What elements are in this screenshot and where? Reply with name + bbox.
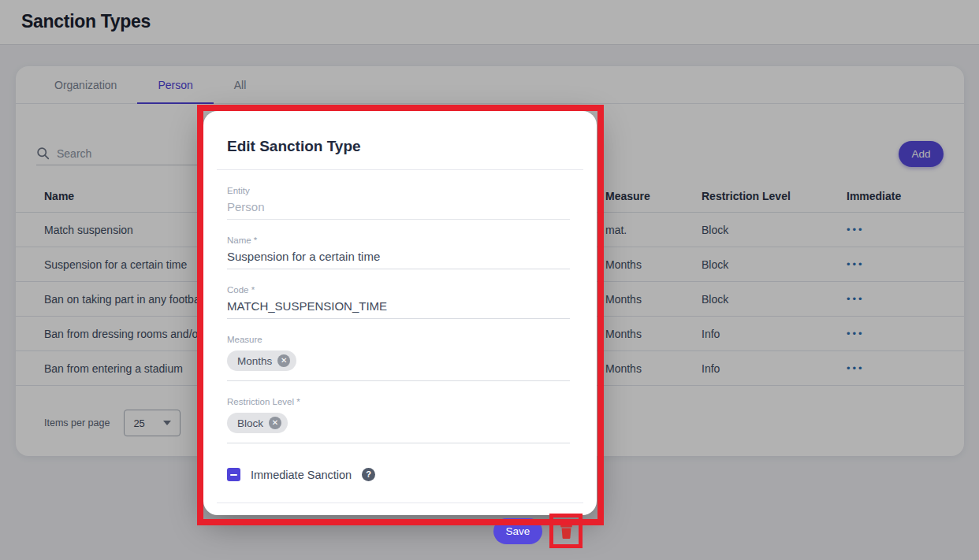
- edit-sanction-type-dialog: Edit Sanction Type Entity Name * Code * …: [203, 111, 597, 515]
- measure-chip-area[interactable]: Months ✕: [227, 347, 570, 381]
- immediate-sanction-label: Immediate Sanction: [251, 469, 352, 481]
- restriction-level-label: Restriction Level *: [227, 397, 570, 409]
- name-input[interactable]: [227, 247, 570, 269]
- divider: [217, 169, 583, 170]
- name-label: Name *: [227, 235, 570, 247]
- save-button[interactable]: Save: [493, 518, 542, 544]
- help-icon[interactable]: ?: [362, 468, 375, 481]
- measure-label: Measure: [227, 335, 570, 347]
- code-field: Code *: [227, 285, 570, 319]
- measure-chip[interactable]: Months ✕: [227, 350, 296, 371]
- immediate-sanction-checkbox[interactable]: [227, 468, 240, 481]
- immediate-sanction-row: Immediate Sanction ?: [227, 468, 570, 481]
- name-field: Name *: [227, 235, 570, 269]
- remove-chip-icon[interactable]: ✕: [269, 417, 281, 429]
- measure-field: Measure Months ✕: [227, 335, 570, 381]
- restriction-chip-area[interactable]: Block ✕: [227, 409, 570, 443]
- restriction-level-field: Restriction Level * Block ✕: [227, 397, 570, 443]
- remove-chip-icon[interactable]: ✕: [277, 354, 290, 367]
- restriction-chip[interactable]: Block ✕: [227, 413, 288, 433]
- delete-button[interactable]: [560, 523, 573, 539]
- annotation-rect-delete: [549, 514, 583, 548]
- entity-label: Entity: [227, 186, 570, 198]
- entity-input: [227, 198, 570, 220]
- dialog-footer: Save: [203, 503, 597, 548]
- trash-icon: [560, 523, 573, 539]
- entity-field: Entity: [227, 186, 570, 220]
- code-input[interactable]: [227, 297, 570, 319]
- page: Sanction Types Organization Person All A…: [0, 0, 979, 560]
- code-label: Code *: [227, 285, 570, 297]
- dialog-title: Edit Sanction Type: [227, 138, 573, 155]
